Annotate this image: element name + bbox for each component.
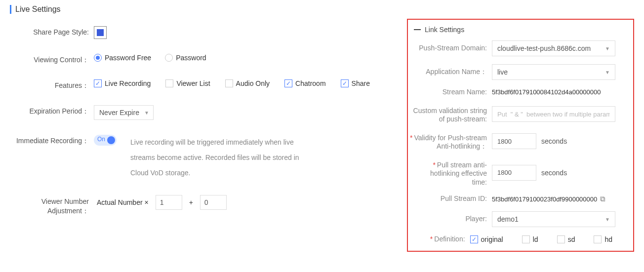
label-immediate-recording: Immediate Recording：: [10, 135, 94, 146]
immediate-recording-hint: Live recording will be triggered immedia…: [130, 135, 318, 180]
stream-name-value: 5f3bdf6f0179100084102d4a00000000: [492, 88, 601, 96]
link-settings-panel: Link Settings Push-Stream Domain: cloudl…: [407, 19, 634, 252]
section-title-live-settings: Live Settings: [10, 5, 387, 14]
def-sd-label: sd: [568, 235, 575, 243]
label-pull-stream-id: Pull Stream ID:: [408, 194, 492, 203]
label-player: Player:: [408, 215, 492, 224]
label-definition: *Definition:: [408, 235, 470, 244]
checkbox-def-hd[interactable]: hd: [594, 235, 612, 243]
checkbox-viewer-list[interactable]: Viewer List: [165, 79, 210, 87]
player-value: demo1: [497, 215, 519, 223]
label-custom-validation: Custom validation string of push-stream:: [408, 105, 492, 124]
def-original-label: original: [481, 235, 503, 243]
select-expiration-period[interactable]: Never Expire ▼: [94, 105, 154, 120]
application-name-value: live: [497, 68, 508, 76]
checkbox-live-recording[interactable]: ✓ Live Recording: [94, 79, 151, 87]
push-stream-domain-value: cloudlive-test-push.8686c.com: [497, 44, 591, 52]
pull-stream-id-value: 5f3bdf6f0179100023f0df9900000000: [492, 195, 597, 203]
radio-password-free[interactable]: Password Free: [94, 54, 151, 62]
checkbox-audio-only-label: Audio Only: [236, 79, 270, 87]
label-pull-anti-hotlinking: *Pull stream anti- hotlinking effective …: [408, 159, 492, 187]
checkbox-def-sd[interactable]: sd: [557, 235, 575, 243]
label-expiration-period: Expiration Period：: [10, 105, 94, 116]
share-page-style-color[interactable]: [94, 26, 107, 39]
select-push-stream-domain[interactable]: cloudlive-test-push.8686c.com ▼: [492, 40, 615, 56]
checkbox-share-label: Share: [352, 79, 370, 87]
label-features: Features：: [10, 79, 94, 90]
label-share-page-style: Share Page Style:: [10, 26, 94, 36]
select-player[interactable]: demo1 ▼: [492, 211, 615, 227]
radio-password-free-label: Password Free: [105, 54, 151, 62]
def-hd-label: hd: [604, 235, 612, 243]
chevron-down-icon: ▼: [144, 110, 149, 116]
input-viewer-multiplier[interactable]: [156, 195, 182, 210]
unit-seconds: seconds: [541, 169, 567, 177]
select-expiration-value: Never Expire: [99, 109, 139, 117]
checkbox-audio-only[interactable]: Audio Only: [225, 79, 270, 87]
radio-password-label: Password: [176, 54, 206, 62]
label-push-anti-hotlinking: *Validity for Push-stream Anti-hotlinkin…: [408, 132, 492, 151]
unit-seconds: seconds: [541, 137, 567, 145]
chevron-down-icon: ▼: [605, 46, 610, 51]
label-viewing-control: Viewing Control：: [10, 54, 94, 65]
checkbox-live-recording-label: Live Recording: [105, 79, 151, 87]
checkbox-def-ld[interactable]: ld: [522, 235, 538, 243]
checkbox-chatroom[interactable]: ✓ Chatroom: [284, 79, 325, 87]
plus-label: +: [189, 198, 193, 206]
checkbox-def-original[interactable]: ✓ original: [470, 235, 503, 243]
input-pull-anti-hotlinking[interactable]: [492, 165, 536, 181]
checkbox-viewer-list-label: Viewer List: [176, 79, 210, 87]
checkbox-share[interactable]: ✓ Share: [341, 79, 370, 87]
label-viewer-number-adjust: Viewer Number Adjustment：: [10, 195, 94, 215]
chevron-down-icon: ▼: [605, 217, 610, 222]
label-push-stream-domain: Push-Stream Domain:: [408, 44, 492, 53]
input-custom-validation[interactable]: [492, 106, 615, 122]
input-viewer-addend[interactable]: [200, 195, 227, 210]
label-application-name: Application Name：: [408, 68, 492, 77]
actual-number-x-label: Actual Number ×: [97, 198, 149, 206]
link-settings-legend: Link Settings: [408, 26, 623, 34]
def-ld-label: ld: [533, 235, 538, 243]
toggle-immediate-recording[interactable]: On: [94, 135, 117, 146]
checkbox-chatroom-label: Chatroom: [295, 79, 325, 87]
dash-icon: [414, 29, 421, 30]
chevron-down-icon: ▼: [605, 70, 610, 75]
label-stream-name: Stream Name:: [408, 88, 492, 97]
radio-password[interactable]: Password: [165, 54, 206, 62]
select-application-name[interactable]: live ▼: [492, 64, 615, 80]
toggle-on-label: On: [97, 136, 105, 143]
copy-icon[interactable]: ⧉: [600, 194, 605, 203]
input-push-anti-hotlinking[interactable]: [492, 133, 536, 149]
